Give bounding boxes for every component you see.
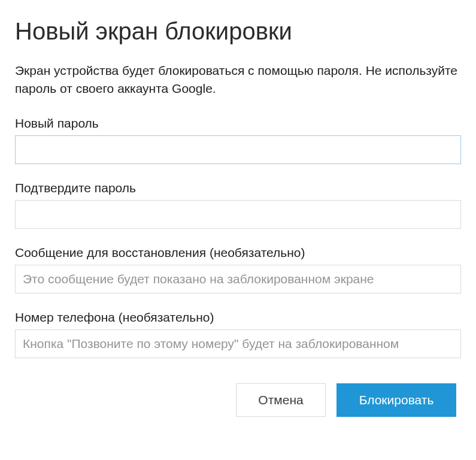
confirm-password-input[interactable] — [15, 200, 461, 229]
confirm-password-group: Подтвердите пароль — [15, 181, 461, 229]
new-password-label: Новый пароль — [15, 116, 461, 131]
lock-button[interactable]: Блокировать — [336, 383, 456, 417]
recovery-message-group: Сообщение для восстановления (необязател… — [15, 246, 461, 293]
page-title: Новый экран блокировки — [15, 18, 461, 45]
phone-number-group: Номер телефона (необязательно) — [15, 310, 461, 358]
new-password-input[interactable] — [15, 135, 461, 164]
button-row: Отмена Блокировать — [15, 383, 461, 417]
phone-number-label: Номер телефона (необязательно) — [15, 310, 461, 325]
recovery-message-label: Сообщение для восстановления (необязател… — [15, 246, 461, 260]
phone-number-input[interactable] — [15, 329, 461, 358]
page-description: Экран устройства будет блокироваться с п… — [15, 62, 461, 98]
recovery-message-input[interactable] — [15, 265, 461, 293]
cancel-button[interactable]: Отмена — [236, 383, 326, 417]
confirm-password-label: Подтвердите пароль — [15, 181, 461, 195]
new-password-group: Новый пароль — [15, 116, 461, 164]
